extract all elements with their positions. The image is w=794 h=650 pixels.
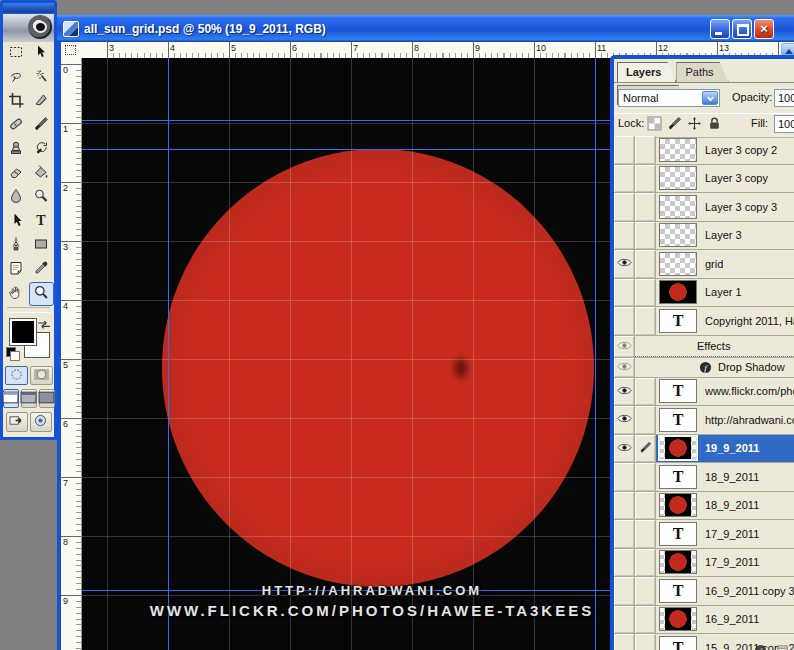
visibility-toggle[interactable] <box>614 378 635 406</box>
link-cell[interactable] <box>635 634 656 650</box>
layer-row[interactable]: 19_9_2011 <box>614 435 794 464</box>
tab-layers[interactable]: Layers <box>617 62 676 82</box>
visibility-toggle[interactable] <box>614 250 635 278</box>
visibility-toggle[interactable] <box>614 193 635 221</box>
visibility-toggle[interactable] <box>614 549 635 577</box>
add-layer-style-button[interactable]: f <box>754 644 768 650</box>
layer-thumbnail[interactable] <box>659 436 697 460</box>
link-cell[interactable] <box>635 492 656 520</box>
visibility-toggle[interactable] <box>614 136 635 164</box>
default-colors-icon[interactable] <box>6 347 20 360</box>
tool-eyedropper[interactable] <box>29 258 54 282</box>
link-cell[interactable] <box>635 406 656 434</box>
visibility-toggle[interactable] <box>614 634 635 650</box>
tool-blur[interactable] <box>4 186 29 210</box>
link-cell[interactable] <box>635 435 656 463</box>
guide-vertical[interactable] <box>168 58 169 650</box>
visibility-toggle[interactable] <box>614 577 635 605</box>
tool-eraser[interactable] <box>4 162 29 186</box>
layer-row[interactable]: grid <box>614 250 794 279</box>
layer-thumbnail[interactable] <box>659 223 697 247</box>
layer-row[interactable]: Layer 3 copy 2 <box>614 136 794 165</box>
layer-thumbnail[interactable] <box>659 252 697 276</box>
tool-pen[interactable] <box>4 234 29 258</box>
layer-thumbnail[interactable] <box>659 166 697 190</box>
jump-to-imageready-button[interactable] <box>6 412 28 432</box>
visibility-toggle[interactable] <box>614 336 635 357</box>
layer-thumbnail[interactable] <box>659 379 697 403</box>
layer-thumbnail[interactable] <box>659 493 697 517</box>
link-cell[interactable] <box>635 463 656 491</box>
effects-row[interactable]: Effects <box>614 336 794 358</box>
layer-row[interactable]: Layer 3 copy 3 <box>614 193 794 222</box>
quick-mask-mode-button[interactable] <box>30 366 53 385</box>
tool-magic-wand[interactable] <box>29 66 54 90</box>
ruler-origin-box[interactable] <box>61 42 82 59</box>
blend-mode-select[interactable]: Normal <box>618 89 720 107</box>
layer-thumbnail[interactable] <box>659 636 697 650</box>
layer-row[interactable]: Layer 3 copy <box>614 165 794 194</box>
link-cell[interactable] <box>635 193 656 221</box>
visibility-toggle[interactable] <box>614 606 635 634</box>
opacity-input[interactable]: 100 <box>774 89 794 107</box>
layer-thumbnail[interactable] <box>659 280 697 304</box>
tool-type[interactable]: T <box>29 210 54 234</box>
link-cell[interactable] <box>635 606 656 634</box>
document-titlebar[interactable]: all_sun_grid.psd @ 50% (19_9_2011, RGB) … <box>57 15 794 42</box>
link-cell[interactable] <box>635 222 656 250</box>
layer-row[interactable]: Layer 3 <box>614 222 794 251</box>
tool-healing-brush[interactable] <box>4 114 29 138</box>
tool-dodge[interactable] <box>29 186 54 210</box>
link-cell[interactable] <box>635 520 656 548</box>
tool-lasso[interactable] <box>4 66 29 90</box>
visibility-toggle[interactable] <box>614 358 635 377</box>
layer-row[interactable]: 18_9_2011 <box>614 492 794 521</box>
link-cell[interactable] <box>635 378 656 406</box>
tool-path-select[interactable] <box>4 210 29 234</box>
visibility-toggle[interactable] <box>614 463 635 491</box>
standard-mode-button[interactable] <box>5 366 28 385</box>
link-cell[interactable] <box>635 279 656 307</box>
visibility-toggle[interactable] <box>614 406 635 434</box>
link-cell[interactable] <box>635 136 656 164</box>
tool-history-brush[interactable] <box>29 138 54 162</box>
tool-zoom[interactable] <box>29 282 54 306</box>
layer-row[interactable]: http://ahradwani.co <box>614 406 794 435</box>
tool-move[interactable] <box>29 42 54 66</box>
tool-slice[interactable] <box>29 90 54 114</box>
layer-thumbnail[interactable] <box>659 579 697 603</box>
layer-thumbnail[interactable] <box>659 550 697 574</box>
tool-paint-bucket[interactable] <box>29 162 54 186</box>
link-cell[interactable] <box>635 549 656 577</box>
fullscreen-button[interactable] <box>39 389 55 408</box>
lock-transparency-icon[interactable] <box>647 116 662 131</box>
fill-input[interactable]: 100 <box>774 115 794 133</box>
tool-notes[interactable] <box>4 258 29 282</box>
layer-thumbnail[interactable] <box>659 522 697 546</box>
guide-vertical[interactable] <box>595 58 596 650</box>
link-cell[interactable] <box>635 250 656 278</box>
lock-all-icon[interactable] <box>707 116 722 131</box>
minimize-button[interactable] <box>710 19 730 39</box>
layer-thumbnail[interactable] <box>659 138 697 162</box>
tool-hand[interactable] <box>4 282 29 306</box>
layer-thumbnail[interactable] <box>659 195 697 219</box>
visibility-toggle[interactable] <box>614 520 635 548</box>
tool-rect-marquee[interactable] <box>4 42 29 66</box>
layer-row[interactable]: 17_9_2011 <box>614 520 794 549</box>
layer-thumbnail[interactable] <box>659 465 697 489</box>
tool-clone-stamp[interactable] <box>4 138 29 162</box>
vertical-ruler[interactable]: 0123456789 <box>61 58 82 650</box>
link-cell[interactable] <box>635 577 656 605</box>
visibility-toggle[interactable] <box>614 165 635 193</box>
visibility-toggle[interactable] <box>614 222 635 250</box>
link-cell[interactable] <box>635 307 656 335</box>
layer-row[interactable]: Layer 1 <box>614 279 794 308</box>
tools-palette-titlebar[interactable] <box>3 3 54 14</box>
layer-row[interactable]: 17_9_2011 <box>614 549 794 578</box>
layer-thumbnail[interactable] <box>659 408 697 432</box>
photoshop-logo[interactable] <box>3 14 54 42</box>
visibility-toggle[interactable] <box>614 435 635 463</box>
visibility-toggle[interactable] <box>614 307 635 335</box>
layer-row[interactable]: 16_9_2011 copy 3 <box>614 577 794 606</box>
